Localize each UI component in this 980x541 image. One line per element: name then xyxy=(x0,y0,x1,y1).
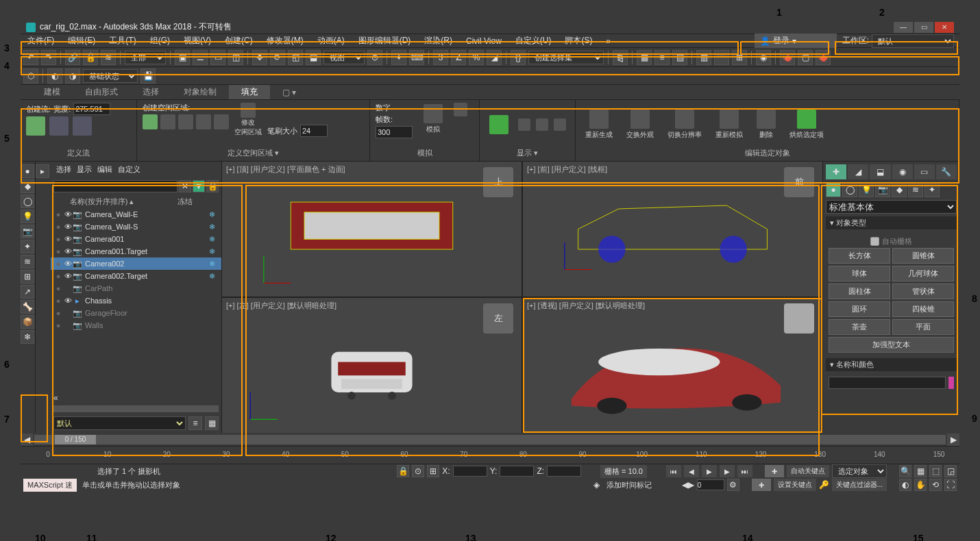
menu-modifiers[interactable]: 修改器(M) xyxy=(260,34,310,48)
idle-icon-1[interactable] xyxy=(143,114,158,129)
menu-tools[interactable]: 工具(T) xyxy=(102,34,143,48)
filter-xref-icon[interactable]: ↗ xyxy=(21,285,34,299)
cmd-tab-motion[interactable]: ◉ xyxy=(892,164,913,179)
nav7-icon[interactable]: ⟲ xyxy=(929,479,942,491)
primitive-button[interactable]: 球体 xyxy=(829,266,890,281)
schematic-button[interactable]: ⊞ xyxy=(732,50,747,65)
ribbon-toggle[interactable]: ▥ xyxy=(696,50,711,65)
set-key-button[interactable]: ✚ xyxy=(765,465,784,477)
setkey-button[interactable]: 设置关键点 xyxy=(774,479,816,491)
menu-animation[interactable]: 动画(A) xyxy=(310,34,352,48)
cat-lights-icon[interactable]: 💡 xyxy=(859,182,874,197)
workspace-select[interactable]: 默认 xyxy=(872,34,954,48)
layer-icon1[interactable]: ≡ xyxy=(188,416,202,430)
column-name-header[interactable]: 名称(按升序排序) ▴ xyxy=(53,197,177,207)
scene-search-input[interactable] xyxy=(53,180,177,192)
manipulate-button[interactable]: ✦ xyxy=(391,50,406,65)
regenerate-button[interactable]: 重新生成 xyxy=(581,108,617,141)
scene-tab-custom[interactable]: 自定义 xyxy=(118,164,140,175)
goto-end-button[interactable]: ⏭ xyxy=(737,465,752,477)
vp-left-label[interactable]: [+] [左] [用户定义] [默认明暗处理] xyxy=(226,301,336,311)
swap-appearance-button[interactable]: 交换外观 xyxy=(622,108,658,141)
nav8-icon[interactable]: ⛶ xyxy=(944,479,957,491)
idle-icon-3[interactable] xyxy=(178,114,193,129)
vp-persp-label[interactable]: [+] [透视] [用户定义] [默认明暗处理] xyxy=(527,301,645,311)
menu-view[interactable]: 视图(V) xyxy=(177,34,218,48)
maximize-button[interactable]: ▭ xyxy=(914,22,933,33)
filter-light-icon[interactable]: 💡 xyxy=(21,210,34,223)
goto-start-button[interactable]: ⏮ xyxy=(666,465,681,477)
minimize-button[interactable]: — xyxy=(894,22,913,33)
menu-scripting[interactable]: 脚本(S) xyxy=(558,34,599,48)
primitive-button[interactable]: 几何球体 xyxy=(892,266,954,281)
cat-helpers-icon[interactable]: ◆ xyxy=(892,182,907,197)
scene-tab-display[interactable]: 显示 xyxy=(77,164,92,175)
simulate-button[interactable]: 模拟 xyxy=(419,103,447,138)
resim-button[interactable]: 重新模拟 xyxy=(711,108,747,141)
idle-icon-5[interactable] xyxy=(214,114,229,129)
menu-grapheditors[interactable]: 图形编辑器(D) xyxy=(352,34,418,48)
window-crossing-button[interactable]: ◫ xyxy=(228,50,243,65)
scene-scrollbar[interactable] xyxy=(53,405,219,412)
primitive-button[interactable]: 圆锥体 xyxy=(892,248,954,264)
primitive-button[interactable]: 圆柱体 xyxy=(829,284,890,299)
scene-item[interactable]: ●📷CarPath xyxy=(51,282,221,294)
object-color-swatch[interactable] xyxy=(948,377,954,389)
display-tex-icon[interactable] xyxy=(554,118,566,131)
viewcube-top[interactable]: 上 xyxy=(483,167,513,197)
menu-edit[interactable]: 编辑(E) xyxy=(61,34,102,48)
filter-all-icon[interactable]: ● xyxy=(21,164,34,178)
angle-snap-toggle[interactable]: ∠ xyxy=(451,50,466,65)
scene-item[interactable]: ●👁▸Chassis xyxy=(51,294,221,307)
vp-front-label[interactable]: [+] [前] [用户定义] [线框] xyxy=(527,164,607,175)
flow-ramp-icon[interactable] xyxy=(49,116,69,136)
isolate-icon[interactable]: ⊙ xyxy=(412,465,424,477)
primitive-button[interactable]: 平面 xyxy=(892,319,954,335)
time-prev-button[interactable]: ◀ xyxy=(21,433,33,446)
key-step-icon[interactable]: ◀▶ xyxy=(682,480,694,490)
link-button[interactable]: 🔗 xyxy=(65,50,80,65)
lock-selection-icon[interactable]: 🔒 xyxy=(397,465,409,477)
primitive-button[interactable]: 四棱锥 xyxy=(892,301,954,317)
selection-filter[interactable]: 全部 xyxy=(125,51,166,64)
redo-button[interactable]: ↷ xyxy=(41,50,56,65)
viewport-top[interactable]: [+] [顶] [用户定义] [平面颜色 + 边面] 上 xyxy=(222,162,522,297)
search-filter-icon[interactable]: ▼ xyxy=(193,180,205,192)
brush-size-input[interactable] xyxy=(300,125,328,137)
unlink-button[interactable]: 🔓 xyxy=(83,50,98,65)
pivot-button[interactable]: ⊙ xyxy=(367,50,382,65)
modify-icon[interactable] xyxy=(241,103,256,118)
display-stick-icon[interactable] xyxy=(518,118,530,131)
scene-list[interactable]: ●👁📷Camera_Wall-E❄●👁📷Camera_Wall-S❄●👁📷Cam… xyxy=(51,208,221,392)
menu-help-icon[interactable]: » xyxy=(599,35,617,47)
filter-bone-icon[interactable]: 🦴 xyxy=(21,300,34,314)
idle-icon-2[interactable] xyxy=(160,114,175,129)
filter-shape-icon[interactable]: ◯ xyxy=(21,194,34,208)
primitive-button[interactable]: 长方体 xyxy=(829,248,890,264)
display-mesh-icon[interactable] xyxy=(536,118,548,131)
z-input[interactable] xyxy=(547,466,581,477)
mirror-button[interactable]: ⧎ xyxy=(613,50,628,65)
filter-container-icon[interactable]: 📦 xyxy=(21,315,34,329)
primitive-button[interactable]: 圆环 xyxy=(829,301,890,317)
disp-1[interactable]: ▸ xyxy=(36,164,49,178)
play-button[interactable]: ▶ xyxy=(702,465,717,477)
layers-button[interactable]: ≡ xyxy=(654,50,670,65)
filter-geom-icon[interactable]: ◆ xyxy=(21,179,34,193)
menu-render[interactable]: 渲染(R) xyxy=(417,34,459,48)
scene-item[interactable]: ●📷Walls xyxy=(51,319,221,331)
viewport-front[interactable]: [+] [前] [用户定义] [线框] 前 xyxy=(523,162,822,297)
scene-item[interactable]: ●👁📷Camera002.Target❄ xyxy=(51,270,221,282)
select-name-button[interactable]: ☰ xyxy=(193,50,208,65)
switch-res-button[interactable]: 切换分辨率 xyxy=(663,108,706,141)
rendered-frame-button[interactable]: ▢ xyxy=(798,50,813,65)
object-name-input[interactable] xyxy=(829,377,946,389)
layer-select[interactable]: 默认 xyxy=(53,416,186,430)
viewport-left[interactable]: [+] [左] [用户定义] [默认明暗处理] 左 xyxy=(222,298,522,433)
tab-populate[interactable]: 填充 xyxy=(229,85,270,99)
scene-item[interactable]: ●📷GarageFloor xyxy=(51,307,221,319)
delete-button[interactable]: 删除 xyxy=(752,108,780,141)
select-region-button[interactable]: ▭ xyxy=(210,50,225,65)
undo-button[interactable]: ↶ xyxy=(23,50,38,65)
keyboard-shortcut-button[interactable]: ⌨ xyxy=(409,50,424,65)
